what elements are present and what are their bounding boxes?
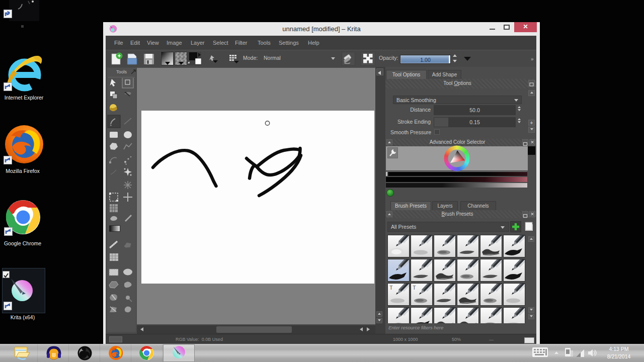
svg-text:T: T bbox=[413, 285, 416, 291]
svg-text:T: T bbox=[389, 285, 393, 291]
